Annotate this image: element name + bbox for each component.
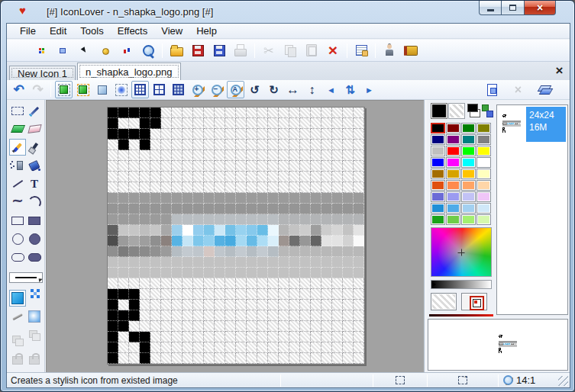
pixel-cell[interactable] xyxy=(183,161,193,172)
pixel-cell[interactable] xyxy=(343,289,354,300)
menu-item-help[interactable]: Help xyxy=(189,24,224,38)
pixel-cell[interactable] xyxy=(108,129,118,140)
pixel-cell[interactable] xyxy=(289,161,300,172)
pixel-cell[interactable] xyxy=(332,214,343,225)
pixel-cell[interactable] xyxy=(140,204,150,214)
pixel-cell[interactable] xyxy=(354,289,364,300)
pixel-cell[interactable] xyxy=(215,332,225,342)
pixel-cell[interactable] xyxy=(215,289,225,300)
pixel-cell[interactable] xyxy=(150,140,161,150)
pixel-cell[interactable] xyxy=(268,321,279,332)
pixel-cell[interactable] xyxy=(161,118,172,129)
pixel-cell[interactable] xyxy=(129,332,140,342)
pixel-cell[interactable] xyxy=(236,193,247,204)
properties-button[interactable] xyxy=(351,41,371,60)
pixel-cell[interactable] xyxy=(215,300,225,310)
palette-swatch[interactable] xyxy=(461,157,476,168)
pixel-cell[interactable] xyxy=(279,172,289,182)
pixel-cell[interactable] xyxy=(332,225,343,236)
pixel-cell[interactable] xyxy=(268,214,279,225)
pixel-cell[interactable] xyxy=(118,204,129,214)
pixel-cell[interactable] xyxy=(354,321,364,332)
pixel-cell[interactable] xyxy=(118,268,129,278)
paint-blur-button[interactable] xyxy=(112,81,130,98)
pixel-cell[interactable] xyxy=(140,193,150,204)
pixel-cell[interactable] xyxy=(140,140,150,150)
pixel-cell[interactable] xyxy=(354,268,364,278)
icon-list[interactable]: 24x24 16M xyxy=(496,104,568,315)
pixel-cell[interactable] xyxy=(268,289,279,300)
pixel-cell[interactable] xyxy=(257,332,268,342)
pixel-cell[interactable] xyxy=(215,257,225,268)
pixel-cell[interactable] xyxy=(289,118,300,129)
pixel-cell[interactable] xyxy=(332,246,343,257)
pixel-cell[interactable] xyxy=(289,172,300,182)
pixel-cell[interactable] xyxy=(183,182,193,193)
pixel-cell[interactable] xyxy=(150,108,161,118)
palette-swatch[interactable] xyxy=(461,191,476,202)
pixel-cell[interactable] xyxy=(257,268,268,278)
arc-tool[interactable] xyxy=(26,194,43,210)
pixel-cell[interactable] xyxy=(247,342,257,353)
pixel-cell[interactable] xyxy=(172,353,183,364)
pixel-cell[interactable] xyxy=(279,140,289,150)
pixel-cell[interactable] xyxy=(311,108,321,118)
pixel-cell[interactable] xyxy=(268,300,279,310)
image-formats-button[interactable] xyxy=(535,82,553,99)
pixel-cell[interactable] xyxy=(118,289,129,300)
pixel-cell[interactable] xyxy=(268,118,279,129)
pixel-cell[interactable] xyxy=(108,278,118,289)
pixel-cell[interactable] xyxy=(118,278,129,289)
pixel-cell[interactable] xyxy=(172,129,183,140)
pixel-cell[interactable] xyxy=(311,172,321,182)
palette-swatch[interactable] xyxy=(461,214,476,225)
pixel-cell[interactable] xyxy=(311,278,321,289)
pixel-cell[interactable] xyxy=(268,204,279,214)
pixel-cell[interactable] xyxy=(161,246,172,257)
pixel-cell[interactable] xyxy=(129,321,140,332)
palette-swatch[interactable] xyxy=(476,180,491,191)
pixel-cell[interactable] xyxy=(321,204,332,214)
pixel-cell[interactable] xyxy=(343,129,354,140)
pixel-cell[interactable] xyxy=(183,278,193,289)
pixel-cell[interactable] xyxy=(129,268,140,278)
pixel-cell[interactable] xyxy=(118,225,129,236)
pixel-cell[interactable] xyxy=(354,161,364,172)
pixel-cell[interactable] xyxy=(172,246,183,257)
pixel-cell[interactable] xyxy=(289,332,300,342)
pixel-cell[interactable] xyxy=(289,150,300,161)
pixel-cell[interactable] xyxy=(279,118,289,129)
pixel-cell[interactable] xyxy=(311,129,321,140)
pixel-cell[interactable] xyxy=(321,300,332,310)
pixel-cell[interactable] xyxy=(300,161,311,172)
pixel-cell[interactable] xyxy=(150,214,161,225)
pixel-cell[interactable] xyxy=(268,161,279,172)
pixel-cell[interactable] xyxy=(204,108,215,118)
pixel-cell[interactable] xyxy=(140,289,150,300)
pixel-cell[interactable] xyxy=(289,321,300,332)
pixel-cell[interactable] xyxy=(236,118,247,129)
pixel-cell[interactable] xyxy=(140,268,150,278)
pixel-cell[interactable] xyxy=(225,129,236,140)
pixel-cell[interactable] xyxy=(225,342,236,353)
pixel-cell[interactable] xyxy=(311,225,321,236)
pixel-cell[interactable] xyxy=(183,268,193,278)
pixel-cell[interactable] xyxy=(247,332,257,342)
pixel-cell[interactable] xyxy=(321,236,332,246)
pixel-cell[interactable] xyxy=(279,161,289,172)
pixel-cell[interactable] xyxy=(279,150,289,161)
pixel-cell[interactable] xyxy=(172,310,183,321)
pixel-cell[interactable] xyxy=(257,342,268,353)
pixel-cell[interactable] xyxy=(183,289,193,300)
pixel-cell[interactable] xyxy=(140,278,150,289)
shift-updown-button[interactable] xyxy=(341,81,359,98)
pixel-cell[interactable] xyxy=(289,214,300,225)
pixel-cell[interactable] xyxy=(183,236,193,246)
pixel-cell[interactable] xyxy=(268,278,279,289)
pixel-cell[interactable] xyxy=(343,150,354,161)
pixel-cell[interactable] xyxy=(236,289,247,300)
pixel-cell[interactable] xyxy=(257,193,268,204)
pixel-cell[interactable] xyxy=(343,108,354,118)
pixel-cell[interactable] xyxy=(204,129,215,140)
pixel-cell[interactable] xyxy=(257,321,268,332)
